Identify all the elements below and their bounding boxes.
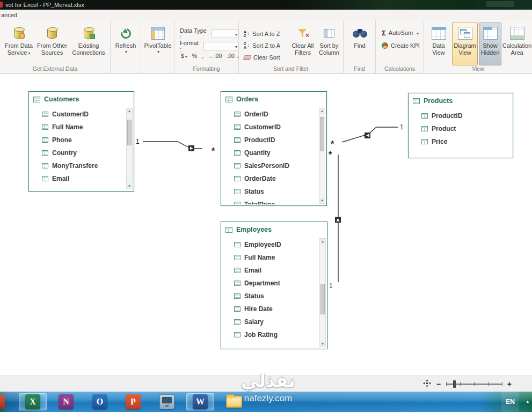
scrollbar-thumb[interactable] [320, 117, 324, 151]
table-field-row[interactable]: Quantity [221, 146, 318, 159]
field-grid-icon [42, 176, 48, 181]
taskbar-word-button[interactable]: W [186, 393, 214, 410]
tab-advanced[interactable]: anced [1, 12, 17, 18]
zoom-in-button[interactable]: + [507, 380, 512, 388]
scroll-down-icon[interactable] [320, 341, 325, 347]
decrease-decimal-button[interactable]: ←.00 [208, 53, 222, 59]
table-field-row[interactable]: ProductID [409, 109, 512, 122]
table-orders[interactable]: Orders OrderID CustomerID [221, 91, 327, 206]
currency-button[interactable]: $ [181, 53, 187, 59]
field-grid-icon [234, 319, 241, 325]
data-type-dropdown[interactable] [212, 30, 238, 38]
scroll-up-icon[interactable] [319, 108, 325, 114]
monitor-icon [159, 394, 174, 409]
word-icon: W [193, 394, 208, 409]
table-field-row[interactable]: TotalPrice [221, 198, 318, 204]
taskbar-explorer-button[interactable] [220, 393, 248, 410]
from-data-service-button[interactable]: From Data Service [2, 23, 35, 65]
table-field-row[interactable]: Email [221, 264, 319, 277]
sort-a-to-z-button[interactable]: AZ↓ Sort A to Z [242, 29, 281, 39]
format-control[interactable]: Format : [180, 40, 238, 53]
format-dropdown[interactable] [203, 42, 238, 50]
table-field-row[interactable]: SalesPersonID [221, 159, 318, 172]
table-field-row[interactable]: CustomerID [29, 108, 126, 121]
database-connection-icon [84, 24, 93, 42]
sort-z-to-a-button[interactable]: ZA↓ Sort Z to A [242, 41, 282, 50]
table-field-row[interactable]: Phone [29, 134, 126, 146]
table-field-row[interactable]: Status [221, 185, 318, 198]
titlebar[interactable]: vot for Excel - PP_Mervat.xlsx [0, 0, 532, 10]
zoom-slider[interactable] [446, 380, 502, 388]
taskbar-up-arrow-icon[interactable] [526, 399, 529, 404]
table-field-row[interactable]: CustomerID [221, 121, 318, 134]
data-type-control[interactable]: Data Type : [180, 27, 238, 40]
table-name: Orders [236, 95, 258, 103]
scrollbar-thumb[interactable] [127, 120, 132, 145]
table-field-row[interactable]: Status [221, 290, 319, 303]
table-field-row[interactable]: EmployeeID [221, 238, 319, 251]
scroll-down-icon[interactable] [319, 198, 325, 203]
scroll-down-icon[interactable] [127, 183, 132, 189]
scrollbar-thumb[interactable] [320, 284, 325, 314]
find-button[interactable]: Find [348, 23, 371, 65]
data-view-button[interactable]: Data View [426, 23, 451, 65]
vertical-scrollbar[interactable] [319, 108, 325, 204]
zoom-slider-thumb[interactable] [453, 380, 456, 388]
diagram-canvas[interactable]: Customers CustomerID Full Name [0, 74, 532, 376]
scroll-up-icon[interactable] [320, 239, 325, 244]
table-field-row[interactable]: Salary [221, 315, 319, 328]
partial-app-icon[interactable] [0, 395, 5, 409]
clear-sort-button[interactable]: Clear Sort [242, 53, 282, 62]
table-field-row[interactable]: OrderID [221, 108, 318, 121]
button-label: PivotTable [144, 42, 172, 49]
table-field-row[interactable]: Product [409, 122, 512, 135]
fit-to-window-icon[interactable] [423, 379, 431, 389]
pivottable-icon [151, 24, 165, 42]
create-kpi-button[interactable]: Create KPI [380, 41, 421, 50]
field-label: MonyTransfere [52, 162, 98, 170]
taskbar-powerpoint-button[interactable]: P [119, 393, 147, 410]
taskbar-excel-button[interactable]: X [19, 393, 47, 410]
autosum-button[interactable]: AutoSum [380, 28, 420, 38]
table-header[interactable]: Customers [29, 92, 134, 105]
table-field-row[interactable]: Full Name [221, 251, 319, 264]
diagram-view-button[interactable]: Diagram View [452, 23, 478, 65]
scroll-up-icon[interactable] [127, 108, 132, 114]
show-hidden-button[interactable]: Show Hidden [479, 23, 501, 65]
existing-connections-button[interactable]: Existing Connections [70, 23, 107, 65]
pivottable-button[interactable]: PivotTable [143, 23, 173, 65]
table-field-row[interactable]: Price [409, 135, 512, 148]
button-label: From Data Service [3, 42, 35, 56]
percent-button[interactable]: % [192, 53, 197, 59]
table-field-row[interactable]: Full Name [29, 121, 126, 134]
table-field-row[interactable]: MonyTransfere [29, 159, 126, 172]
table-field-row[interactable]: Hire Date [221, 303, 319, 315]
table-field-row[interactable]: Job Rating [221, 328, 319, 341]
table-customers[interactable]: Customers CustomerID Full Name [28, 91, 134, 192]
sort-by-column-button[interactable]: Sort by Column [316, 23, 342, 65]
language-indicator[interactable]: EN [501, 392, 519, 412]
table-products[interactable]: Products ProductID Product [408, 93, 513, 158]
table-header[interactable]: Employees [221, 222, 327, 235]
calculation-area-button[interactable]: Calculation Area [502, 23, 531, 65]
table-field-row[interactable]: ProductID [221, 134, 318, 146]
table-employees[interactable]: Employees EmployeeID Full Name [221, 222, 327, 349]
vertical-scrollbar[interactable] [319, 238, 326, 347]
thousands-separator-button[interactable]: , [202, 53, 203, 59]
table-field-row[interactable]: OrderDate [221, 172, 318, 185]
table-header[interactable]: Orders [221, 92, 326, 105]
vertical-scrollbar[interactable] [126, 108, 133, 189]
from-other-sources-button[interactable]: From Other Sources [35, 23, 69, 65]
taskbar-outlook-button[interactable]: O [86, 393, 114, 410]
taskbar-media-app-button[interactable] [153, 393, 181, 410]
taskbar-onenote-button[interactable]: N [52, 393, 80, 410]
increase-decimal-button[interactable]: .00→ [227, 53, 240, 59]
clear-all-filters-button[interactable]: Clear All Filters [290, 23, 315, 65]
status-bar: − + [0, 376, 532, 392]
table-field-row[interactable]: Country [29, 146, 126, 159]
refresh-button[interactable]: Refresh [112, 23, 140, 65]
table-field-row[interactable]: Department [221, 277, 319, 290]
table-header[interactable]: Products [409, 93, 513, 106]
zoom-out-button[interactable]: − [436, 380, 441, 388]
table-field-row[interactable]: Email [29, 172, 126, 185]
